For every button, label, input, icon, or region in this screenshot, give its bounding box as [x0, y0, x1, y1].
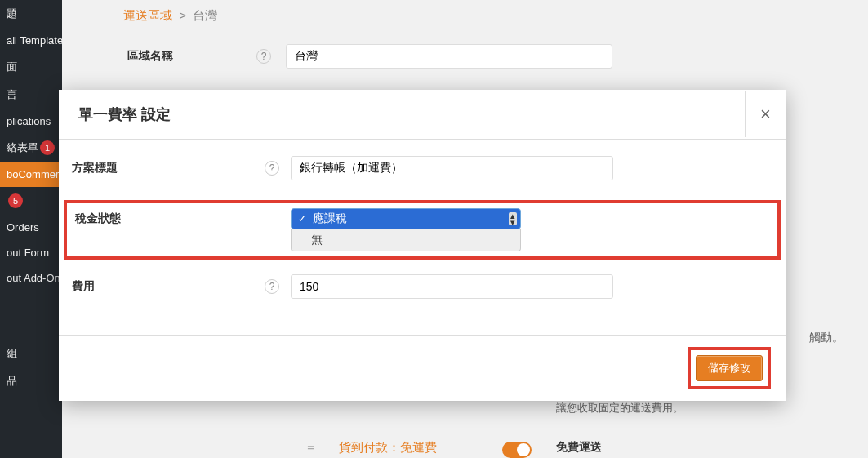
tax-status-row: 稅金狀態 ✓ 應課稅 無 [72, 208, 772, 251]
close-icon[interactable]: × [745, 91, 786, 137]
select-option-label: 應課稅 [313, 211, 347, 226]
plan-title-input[interactable] [291, 156, 613, 180]
help-icon[interactable]: ? [265, 279, 279, 294]
save-button[interactable]: 儲存修改 [696, 355, 763, 381]
select-option[interactable]: 無 [291, 229, 521, 251]
modal-title: 單一費率 設定 [59, 90, 190, 139]
select-selected-option[interactable]: ✓ 應課稅 [291, 208, 521, 229]
flat-rate-settings-modal: 單一費率 設定 × 方案標題 ? 稅金狀態 ✓ 應課稅 [59, 90, 786, 401]
fee-label: 費用 [69, 279, 265, 294]
fee-input[interactable] [291, 274, 613, 299]
tax-status-select[interactable]: ✓ 應課稅 無 [291, 208, 527, 251]
help-icon[interactable]: ? [265, 161, 279, 176]
modal-body: 方案標題 ? 稅金狀態 ✓ 應課稅 無 [59, 140, 786, 335]
select-arrows-icon [509, 212, 517, 225]
modal-footer: 儲存修改 [59, 335, 786, 401]
modal-header: 單一費率 設定 × [59, 90, 786, 140]
modal-overlay: 單一費率 設定 × 方案標題 ? 稅金狀態 ✓ 應課稅 [0, 0, 868, 458]
plan-title-row: 方案標題 ? [69, 156, 776, 180]
save-highlight: 儲存修改 [688, 347, 771, 389]
fee-row: 費用 ? [69, 274, 776, 299]
tax-status-highlight: 稅金狀態 ✓ 應課稅 無 [64, 200, 781, 260]
tax-status-label: 稅金狀態 [72, 208, 268, 226]
check-icon: ✓ [298, 213, 306, 225]
plan-title-label: 方案標題 [69, 161, 265, 176]
